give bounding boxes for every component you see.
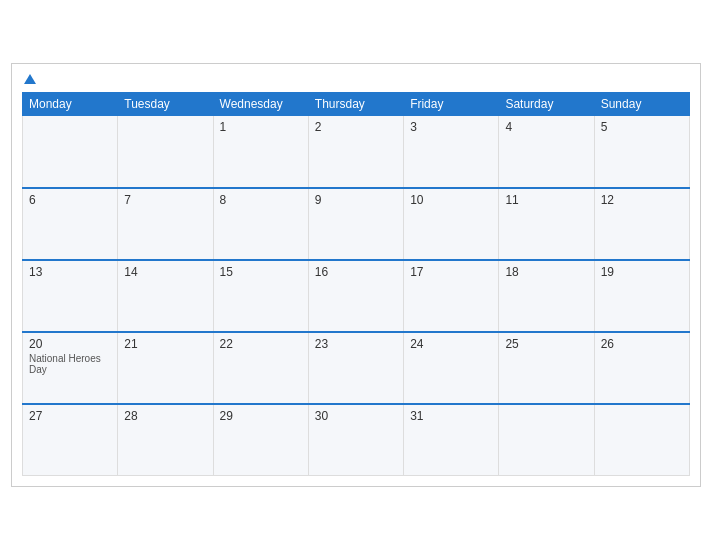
day-number: 2 [315,120,397,134]
calendar-cell [118,116,213,188]
day-number: 1 [220,120,302,134]
calendar-cell: 29 [213,404,308,476]
day-number: 29 [220,409,302,423]
day-number: 27 [29,409,111,423]
calendar-cell: 14 [118,260,213,332]
calendar-cell: 24 [404,332,499,404]
day-number: 30 [315,409,397,423]
day-number: 21 [124,337,206,351]
day-header-sunday: Sunday [594,93,689,116]
calendar-cell: 27 [23,404,118,476]
day-number: 15 [220,265,302,279]
day-number: 28 [124,409,206,423]
day-number: 10 [410,193,492,207]
calendar-cell: 26 [594,332,689,404]
calendar-cell: 11 [499,188,594,260]
day-header-friday: Friday [404,93,499,116]
calendar-cell: 25 [499,332,594,404]
calendar-cell: 16 [308,260,403,332]
calendar-cell: 7 [118,188,213,260]
week-row-5: 2728293031 [23,404,690,476]
day-number: 25 [505,337,587,351]
calendar-cell: 30 [308,404,403,476]
logo [22,74,36,84]
week-row-1: 12345 [23,116,690,188]
calendar-cell: 3 [404,116,499,188]
day-number: 26 [601,337,683,351]
calendar-cell: 12 [594,188,689,260]
day-number: 31 [410,409,492,423]
day-number: 11 [505,193,587,207]
day-header-thursday: Thursday [308,93,403,116]
day-number: 17 [410,265,492,279]
calendar-cell [23,116,118,188]
week-row-3: 13141516171819 [23,260,690,332]
calendar-cell: 4 [499,116,594,188]
day-number: 8 [220,193,302,207]
calendar-header [22,74,690,84]
calendar-cell: 15 [213,260,308,332]
calendar-cell: 1 [213,116,308,188]
day-number: 14 [124,265,206,279]
week-row-4: 20National Heroes Day212223242526 [23,332,690,404]
calendar-cell: 23 [308,332,403,404]
calendar-cell: 17 [404,260,499,332]
day-number: 23 [315,337,397,351]
day-number: 5 [601,120,683,134]
calendar-cell: 5 [594,116,689,188]
day-number: 24 [410,337,492,351]
day-header-monday: Monday [23,93,118,116]
calendar-cell: 13 [23,260,118,332]
calendar-cell: 10 [404,188,499,260]
day-number: 3 [410,120,492,134]
day-number: 16 [315,265,397,279]
logo-triangle-icon [24,74,36,84]
holiday-label: National Heroes Day [29,353,111,375]
day-number: 13 [29,265,111,279]
calendar-cell: 8 [213,188,308,260]
calendar-cell [594,404,689,476]
calendar-cell: 6 [23,188,118,260]
day-number: 18 [505,265,587,279]
days-header-row: MondayTuesdayWednesdayThursdayFridaySatu… [23,93,690,116]
day-number: 6 [29,193,111,207]
calendar-cell: 22 [213,332,308,404]
calendar-cell: 20National Heroes Day [23,332,118,404]
calendar-cell: 31 [404,404,499,476]
calendar-grid: MondayTuesdayWednesdayThursdayFridaySatu… [22,92,690,476]
calendar-cell: 2 [308,116,403,188]
day-number: 19 [601,265,683,279]
day-number: 12 [601,193,683,207]
day-header-saturday: Saturday [499,93,594,116]
calendar-cell: 18 [499,260,594,332]
calendar-cell: 21 [118,332,213,404]
day-number: 22 [220,337,302,351]
day-number: 9 [315,193,397,207]
calendar-cell: 19 [594,260,689,332]
calendar-cell: 28 [118,404,213,476]
calendar-cell [499,404,594,476]
calendar-cell: 9 [308,188,403,260]
day-number: 20 [29,337,111,351]
day-header-tuesday: Tuesday [118,93,213,116]
day-number: 4 [505,120,587,134]
day-number: 7 [124,193,206,207]
day-header-wednesday: Wednesday [213,93,308,116]
week-row-2: 6789101112 [23,188,690,260]
calendar-wrapper: MondayTuesdayWednesdayThursdayFridaySatu… [11,63,701,487]
